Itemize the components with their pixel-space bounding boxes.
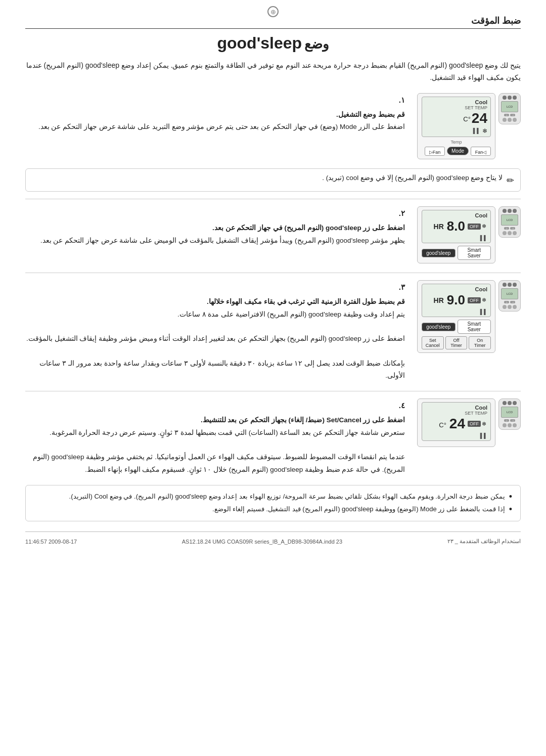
smart-saver-btn-3[interactable]: Smart Saver	[458, 320, 491, 334]
remote-mid-btn-8: ▷	[504, 419, 509, 422]
icons-row-1: ❄ ▌▌	[425, 127, 487, 135]
ac-buttons-2: Smart Saver good'sleep	[422, 246, 491, 260]
footer-page-num: ٢٣	[447, 538, 453, 544]
bullet-2: •	[509, 503, 512, 516]
ac-display-3: Cool ❄ OFF 9.0 HR ▌▌	[422, 284, 491, 317]
remote-circle-buttons-4	[503, 423, 517, 427]
remote-screen-4: LCD	[501, 407, 518, 418]
step-2-text: ٢. اضغط على زر good'sleep (النوم المريح)…	[25, 206, 405, 247]
snowflake-icon-1: ❄	[482, 127, 487, 135]
remote-circle-buttons-2	[503, 231, 517, 235]
remote-2: LCD ◁ ▷	[498, 206, 521, 238]
step-2-text-main: اضغط على زر good'sleep (النوم المريح) في…	[25, 222, 405, 234]
step-1-text-main: قم بضبط وضع التشغيل.	[25, 109, 405, 121]
fan-left-btn-1: ◁Fan	[471, 147, 491, 156]
remote-mid-btn-5: ◁	[510, 301, 515, 303]
page: ⊕ ضبط المؤقت وضع good'sleep يتيح لك وضع …	[0, 0, 546, 756]
step-4-container: LCD ◁ ▷ Cool SET TEMP ❄ OF	[25, 398, 521, 475]
divider-3	[25, 391, 521, 391]
remote-btn-4	[513, 209, 517, 213]
snowflake-icon-3: ❄	[482, 297, 486, 303]
heading-english: good'sleep	[217, 34, 302, 52]
intro-paragraph: يتيح لك وضع good'sleep (النوم المريح) ال…	[25, 60, 521, 84]
remote-top-buttons-4	[503, 401, 517, 405]
good-sleep-btn-2[interactable]: good'sleep	[422, 249, 456, 257]
on-timer-btn[interactable]: On Timer	[469, 336, 491, 349]
ac-display-4: Cool SET TEMP ❄ OFF 24 °C ▌▌	[422, 402, 491, 441]
remote-circle-6	[503, 231, 507, 235]
set-cancel-btn-3[interactable]: Set Cancel	[422, 336, 444, 349]
ac-buttons-1: ◁Fan Mode Fan▷	[422, 147, 491, 156]
signal-icon-3: ▌▌	[480, 309, 487, 315]
hr-value-2: 8.0	[447, 218, 465, 234]
remote-circle-buttons-1	[503, 118, 517, 122]
temp-row-1: 24 °C	[425, 110, 487, 126]
remote-circle-9	[503, 305, 507, 309]
temp-value-1: 24	[472, 110, 487, 126]
remote-top-buttons	[503, 96, 517, 100]
footer-left: استخدام الوظائف المتقدمة _ ٢٣	[447, 538, 521, 545]
set-temp-1: SET TEMP	[425, 105, 487, 110]
remote-btn-11	[508, 401, 512, 405]
snowflake-icon-4: ❄	[482, 421, 486, 427]
ac-device-3: Cool ❄ OFF 9.0 HR ▌▌ Smart Saver good'sl…	[417, 280, 495, 353]
hr-unit-2: HR	[434, 223, 444, 231]
note-icon-1: ✏	[507, 173, 514, 188]
temp-label-1: Temp	[422, 140, 491, 145]
good-sleep-btn-3[interactable]: good'sleep	[422, 323, 456, 331]
hr-unit-3: HR	[434, 296, 444, 304]
step-3-device: LCD ◁ ▷ Cool ❄ OFF 9.0	[412, 280, 521, 353]
off-badge-4: OFF	[468, 421, 481, 427]
step-2-device: LCD ◁ ▷ Cool ❄ OFF 8.0	[412, 206, 521, 263]
remote-mid-btn-6: ▷	[504, 301, 509, 303]
set-temp-4: SET TEMP	[425, 411, 487, 416]
mode-btn-1[interactable]: Mode	[447, 147, 469, 155]
remote-btn-5	[508, 209, 512, 213]
remote-top-buttons-3	[503, 283, 517, 287]
step-3-text: ٣. قم بضبط طول الفترة الزمنية التي ترغب …	[25, 280, 405, 382]
footer-date: 2009-08-17 11:46:57	[25, 539, 77, 545]
signal-icon-2: ▌▌	[480, 235, 487, 241]
remote-circle-1	[513, 118, 517, 122]
remote-btn-12	[503, 401, 507, 405]
remote-btn-3	[503, 96, 507, 100]
footer-center: AS12.18.24 UMG COAS09R series_IB_A_DB98-…	[182, 539, 342, 545]
smart-saver-btn[interactable]: Smart Saver	[458, 246, 491, 260]
remote-4: LCD ◁ ▷	[498, 398, 521, 430]
remote-mid-btn-1: ◁	[510, 114, 515, 116]
celsius-4: °C	[439, 421, 446, 429]
remote-circle-7	[513, 305, 517, 309]
step-4-text-main: اضغط على زر Set/Cancel (ضبط/ إلغاء) بجها…	[25, 414, 405, 426]
step-3-text-2: يتم إعداد وقت وظيفة good'sleep (النوم ال…	[25, 308, 405, 321]
remote-btn-1	[513, 96, 517, 100]
off-timer-btn[interactable]: Off Timer	[445, 336, 468, 349]
heading-area: وضع good'sleep	[25, 34, 521, 53]
cool-label-2: Cool	[425, 212, 487, 218]
step-1-text-detail: اضغط على الزر Mode (وضع) في جهاز التحكم …	[25, 121, 405, 133]
remote-circle-5	[508, 231, 512, 235]
remote-mid-btn-7: ◁	[510, 419, 515, 422]
footer: استخدام الوظائف المتقدمة _ ٢٣ AS12.18.24…	[25, 531, 521, 545]
step-4-text: ٤. اضغط على زر Set/Cancel (ضبط/ إلغاء) ب…	[25, 398, 405, 475]
step-4-device: LCD ◁ ▷ Cool SET TEMP ❄ OF	[412, 398, 521, 447]
remote-circle-8	[508, 305, 512, 309]
remote-screen-2: LCD	[501, 214, 518, 226]
section-title: ضبط المؤقت	[25, 15, 521, 29]
ac-buttons-3: Smart Saver good'sleep	[422, 320, 491, 334]
step-4-text-3: عندما يتم انقضاء الوقت المضبوط للضبوط. س…	[25, 451, 405, 476]
cool-label-3: Cool	[425, 286, 487, 292]
step-3-container: LCD ◁ ▷ Cool ❄ OFF 9.0	[25, 280, 521, 382]
step-2-container: LCD ◁ ▷ Cool ❄ OFF 8.0	[25, 206, 521, 263]
step-3-text-3: اضغط على زر good'sleep (النوم المريح) بج…	[25, 333, 405, 345]
off-badge-3: OFF	[468, 297, 481, 303]
temp-value-4: 24	[449, 416, 465, 432]
step-1-text: ١. قم بضبط وضع التشغيل. اضغط على الزر Mo…	[25, 93, 405, 134]
fan-right-btn-1: Fan▷	[425, 147, 445, 156]
ac-device-4: Cool SET TEMP ❄ OFF 24 °C ▌▌	[417, 398, 495, 447]
step-4-num: ٤.	[25, 398, 405, 412]
note-1: ✏ لا يتاح وضع good'sleep (النوم المريح) …	[25, 168, 521, 192]
hr-value-3: 9.0	[447, 292, 465, 308]
remote-top-buttons-2	[503, 209, 517, 213]
remote-circle-2	[508, 118, 512, 122]
remote-3: LCD ◁ ▷	[498, 280, 521, 312]
